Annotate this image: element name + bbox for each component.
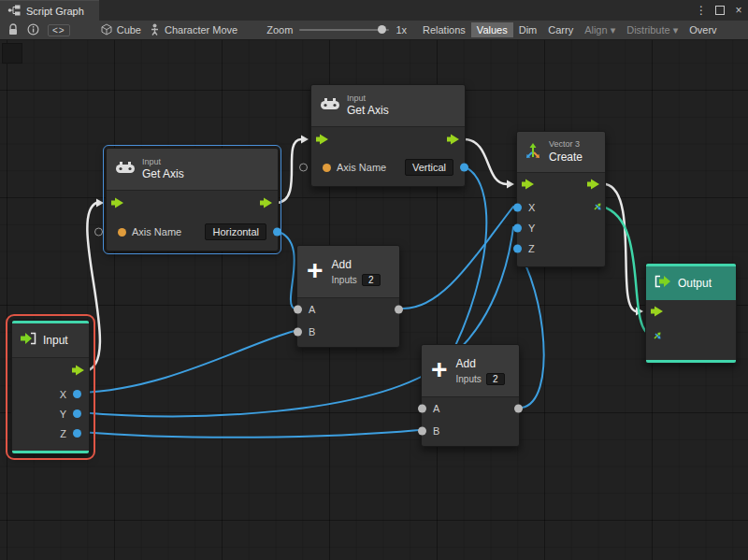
inputs-count-field[interactable]: 2 (362, 274, 381, 286)
vector3-in-port[interactable] (652, 328, 663, 345)
string-type-dot (118, 228, 126, 237)
script-graph-window: Script Graph ⋮ × <> Cube Character Move (0, 0, 748, 560)
input-b-port[interactable] (418, 427, 426, 436)
port-a-label: A (309, 304, 315, 315)
string-type-dot (323, 164, 331, 172)
info-icon[interactable] (27, 23, 39, 37)
node-header[interactable]: Input Get Axis (107, 149, 278, 191)
input-b-port[interactable] (294, 328, 302, 337)
node-title: Add (332, 258, 381, 272)
overview-button[interactable]: Overv (683, 22, 722, 37)
node-header[interactable]: + Add Inputs 2 (297, 246, 399, 298)
chevron-down-icon: ▾ (611, 24, 616, 36)
tab-bar-spacer (99, 0, 692, 21)
values-button[interactable]: Values (471, 22, 513, 37)
node-vector3-create[interactable]: Vector 3 Create X Y Z (516, 131, 606, 267)
accent-bar (12, 451, 89, 453)
port-x-label: X (528, 202, 535, 213)
zoom-slider[interactable] (299, 29, 389, 31)
graph-panel-toggle[interactable] (2, 43, 22, 64)
input-a-port[interactable] (294, 306, 302, 314)
breadcrumb-cube[interactable]: Cube (101, 23, 141, 37)
sum-out-port[interactable] (395, 306, 403, 314)
node-output[interactable]: Output (645, 263, 737, 364)
carry-button[interactable]: Carry (542, 22, 579, 37)
zoom-slider-handle[interactable] (378, 25, 386, 34)
node-get-axis-horizontal[interactable]: Input Get Axis Axis Name Horizontal (106, 148, 279, 251)
flow-out-port[interactable] (260, 195, 273, 212)
gamepad-icon (321, 97, 339, 114)
node-header[interactable]: + Add Inputs 2 (422, 345, 519, 397)
flow-out-port[interactable] (447, 132, 460, 149)
node-add-1[interactable]: + Add Inputs 2 A B (296, 245, 400, 348)
window-menu-icon[interactable]: ⋮ (692, 0, 711, 21)
zoom-label: Zoom (266, 24, 293, 36)
tab-bar: Script Graph ⋮ × (0, 0, 748, 21)
string-input-port[interactable] (94, 228, 103, 237)
x-out-port[interactable] (73, 390, 81, 398)
input-a-port[interactable] (418, 405, 426, 413)
window-maximize-icon[interactable] (711, 0, 729, 21)
axis-name-field[interactable]: Vertical (405, 159, 453, 176)
vector3-out-port[interactable] (592, 199, 603, 216)
input-icon (20, 332, 36, 349)
node-header[interactable]: Vector 3 Create (517, 132, 605, 173)
axis-name-field[interactable]: Horizontal (205, 223, 266, 240)
x-input-port[interactable] (513, 204, 522, 212)
node-title: Get Axis (347, 104, 389, 118)
zoom-control: Zoom 1x (266, 24, 407, 36)
node-title: Get Axis (142, 167, 184, 181)
node-header[interactable]: Input Get Axis (311, 85, 465, 127)
node-title: Create (549, 151, 583, 165)
align-dropdown[interactable]: Align ▾ (579, 22, 621, 38)
add-icon: + (307, 256, 324, 284)
add-icon: + (431, 355, 448, 383)
node-get-axis-vertical[interactable]: Input Get Axis Axis Name Vertical (310, 84, 466, 187)
flow-in-port[interactable] (316, 132, 329, 149)
accent-bar (646, 360, 736, 363)
flow-out-port[interactable] (587, 177, 600, 194)
code-view-toggle[interactable]: <> (48, 24, 70, 36)
lock-icon[interactable] (7, 23, 19, 37)
port-y-label: Y (60, 409, 66, 420)
value-out-port[interactable] (273, 228, 281, 237)
cube-icon (101, 23, 112, 37)
inputs-count-field[interactable]: 2 (486, 373, 505, 385)
node-header[interactable]: Input (12, 323, 89, 358)
sum-out-port[interactable] (514, 405, 523, 413)
gamepad-icon (116, 161, 135, 178)
script-graph-icon (7, 5, 21, 18)
window-close-icon[interactable]: × (729, 0, 748, 21)
distribute-dropdown[interactable]: Distribute ▾ (621, 22, 683, 38)
flow-in-port[interactable] (111, 195, 124, 212)
flow-in-port[interactable] (651, 304, 664, 321)
toolbar: <> Cube Character Move Zoom 1x Relations… (0, 21, 748, 40)
port-z-label: Z (60, 428, 66, 439)
node-title: Input (43, 334, 68, 348)
node-header[interactable]: Output (646, 266, 736, 300)
tab-script-graph[interactable]: Script Graph (0, 0, 99, 21)
relations-button[interactable]: Relations (417, 22, 471, 37)
node-kind-label: Input (142, 157, 184, 167)
y-out-port[interactable] (73, 409, 81, 418)
node-input[interactable]: Input X Y Z (11, 320, 90, 454)
y-input-port[interactable] (513, 224, 522, 233)
port-b-label: B (433, 425, 439, 437)
node-add-2[interactable]: + Add Inputs 2 A B (421, 344, 520, 447)
axis-name-label: Axis Name (337, 162, 386, 173)
z-out-port[interactable] (73, 429, 81, 438)
output-icon (654, 275, 671, 292)
flow-in-port[interactable] (522, 177, 535, 194)
flow-out-port[interactable] (72, 363, 85, 380)
inputs-label: Inputs (332, 275, 357, 285)
toolbar-toggles: Relations Values Dim Carry Align ▾ Distr… (417, 22, 723, 38)
breadcrumb-character-move[interactable]: Character Move (150, 23, 237, 37)
node-kind-label: Vector 3 (549, 139, 583, 150)
z-input-port[interactable] (513, 245, 522, 253)
chevron-down-icon: ▾ (673, 24, 679, 36)
port-x-label: X (60, 389, 66, 400)
string-input-port[interactable] (299, 164, 308, 172)
axis-name-label: Axis Name (132, 226, 181, 237)
dim-button[interactable]: Dim (513, 22, 543, 37)
value-out-port[interactable] (460, 164, 468, 172)
